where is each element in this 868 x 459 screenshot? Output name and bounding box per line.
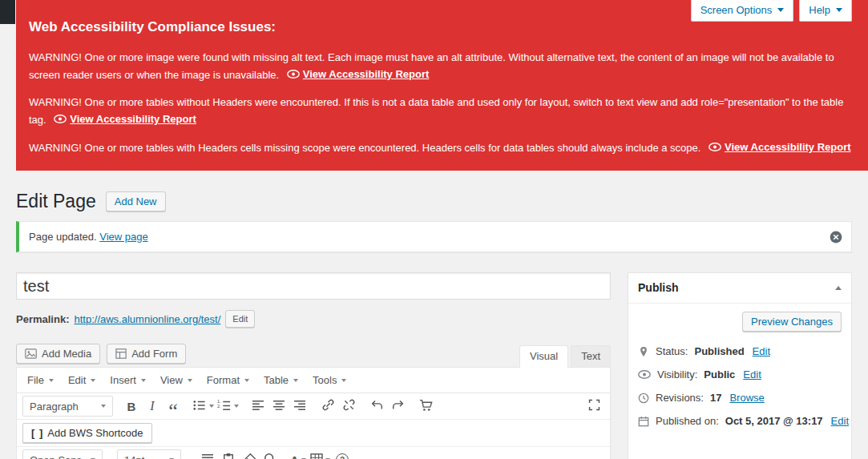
page-header: Edit Page Add New: [16, 190, 852, 213]
accessibility-warning: WARNING! One or more image were found wi…: [29, 49, 852, 83]
chevron-down-icon: [341, 379, 346, 382]
edit-visibility-link[interactable]: Edit: [743, 368, 761, 380]
menu-edit[interactable]: Edit: [61, 368, 103, 393]
status-row: Status: Published Edit: [628, 340, 851, 363]
text-color-button[interactable]: A: [288, 449, 309, 459]
help-label: Help: [809, 4, 830, 16]
media-buttons-row: Add Media Add Form Visual Text: [16, 344, 611, 367]
redo-button[interactable]: [387, 396, 408, 417]
add-media-button[interactable]: Add Media: [16, 344, 100, 364]
view-accessibility-report-link[interactable]: View Accessibility Report: [709, 139, 851, 155]
editor-toolbar-1: Paragraph B I “ 1.2.: [17, 393, 610, 420]
tab-visual[interactable]: Visual: [519, 345, 568, 368]
add-new-button[interactable]: Add New: [106, 191, 166, 211]
chevron-down-icon: [293, 379, 298, 382]
fullscreen-button[interactable]: [583, 396, 604, 417]
preview-changes-button[interactable]: Preview Changes: [742, 312, 842, 332]
align-center-icon: [273, 400, 285, 413]
block-format-select[interactable]: Paragraph: [22, 396, 113, 417]
font-size-select[interactable]: 14pt: [117, 449, 181, 459]
eye-icon: [709, 143, 721, 151]
menu-table[interactable]: Table: [256, 368, 305, 393]
add-bws-shortcode-button[interactable]: [ ] Add BWS Shortcode: [22, 423, 152, 443]
menu-tools[interactable]: Tools: [305, 368, 353, 393]
preview-row: Preview Changes: [628, 304, 851, 335]
svg-text:2.: 2.: [217, 404, 221, 409]
redo-icon: [391, 399, 405, 413]
editor-mode-tabs: Visual Text: [519, 345, 611, 367]
table-button[interactable]: [309, 449, 332, 459]
commerce-group: [415, 396, 436, 417]
warning-text: WARNING! One or more tables with Headers…: [29, 142, 700, 154]
format-group: B I “: [121, 396, 184, 417]
undo-button[interactable]: [366, 396, 387, 417]
edit-permalink-button[interactable]: Edit: [225, 310, 255, 328]
view-accessibility-report-link[interactable]: View Accessibility Report: [287, 66, 430, 83]
tab-text[interactable]: Text: [571, 345, 611, 367]
browse-revisions-link[interactable]: Browse: [729, 392, 764, 404]
help-button-editor[interactable]: ?: [332, 449, 353, 459]
table-icon: [310, 453, 323, 459]
screen-options-button[interactable]: Screen Options: [691, 0, 794, 22]
media-icon: [25, 348, 37, 359]
history-group: [366, 396, 408, 417]
published-on-row: Published on: Oct 5, 2017 @ 13:17 Edit: [628, 409, 851, 433]
collapse-panel-icon[interactable]: [835, 286, 842, 290]
clear-formatting-button[interactable]: [239, 449, 260, 459]
chevron-down-icon: [209, 405, 214, 408]
numbered-list-button[interactable]: 1.2.: [216, 396, 240, 417]
view-page-link[interactable]: View page: [99, 231, 147, 243]
align-left-button[interactable]: [248, 396, 268, 417]
link-group: [317, 396, 359, 417]
add-form-button[interactable]: Add Form: [107, 344, 186, 364]
bold-button[interactable]: B: [121, 396, 142, 417]
title-input[interactable]: [16, 272, 611, 300]
blockquote-button[interactable]: “: [163, 396, 184, 417]
undo-icon: [370, 399, 384, 413]
menu-format[interactable]: Format: [200, 368, 256, 393]
publish-panel: Publish Preview Changes Status: Publishe…: [628, 272, 852, 459]
notice-message: Page updated.: [29, 231, 97, 243]
permalink-url[interactable]: http://aws.alumnionline.org/test/: [74, 313, 220, 325]
bullet-list-button[interactable]: [191, 396, 216, 417]
paste-button[interactable]: [218, 449, 239, 459]
color-table-group: A ?: [288, 449, 353, 459]
fullscreen-icon: [587, 398, 601, 414]
eraser-icon: [243, 453, 256, 459]
italic-button[interactable]: I: [142, 396, 163, 417]
align-group: [248, 396, 310, 417]
align-right-button[interactable]: [289, 396, 310, 417]
editor-menubar: File Edit Insert View Format T: [17, 368, 610, 393]
visibility-label: Visibility:: [657, 368, 697, 380]
font-family-select[interactable]: Open Sans: [22, 449, 103, 459]
menu-file[interactable]: File: [20, 368, 61, 393]
publish-panel-title: Publish: [638, 281, 679, 295]
calendar-icon: [638, 416, 649, 427]
menu-insert[interactable]: Insert: [103, 368, 153, 393]
justify-button[interactable]: [197, 449, 218, 459]
cart-button[interactable]: [415, 396, 436, 417]
help-icon: ?: [336, 453, 349, 459]
align-center-button[interactable]: [268, 396, 289, 417]
remove-link-button[interactable]: [338, 396, 359, 417]
dismiss-notice-button[interactable]: [829, 230, 843, 244]
eye-icon: [287, 70, 300, 79]
bullet-list-icon: [192, 399, 207, 414]
edit-published-on-link[interactable]: Edit: [831, 415, 849, 427]
insert-link-button[interactable]: [317, 396, 338, 417]
publish-panel-header[interactable]: Publish: [628, 273, 851, 304]
text-color-icon: A: [290, 453, 299, 459]
visibility-row: Visibility: Public Edit: [628, 363, 851, 386]
menu-view[interactable]: View: [153, 368, 200, 393]
help-button[interactable]: Help: [799, 0, 852, 22]
visibility-value: Public: [704, 368, 735, 380]
list-group: 1.2.: [191, 396, 240, 417]
view-accessibility-report-link[interactable]: View Accessibility Report: [54, 111, 196, 127]
accessibility-banner-title: Web Accessibility Compliance Issues:: [29, 19, 852, 35]
sidebar-column: Publish Preview Changes Status: Publishe…: [628, 272, 852, 459]
revisions-row: Revisions: 17 Browse: [628, 386, 851, 409]
edit-status-link[interactable]: Edit: [753, 345, 770, 357]
search-button[interactable]: [260, 449, 281, 459]
edit-page-screen: Screen Options Help Web Accessibility Co…: [0, 0, 868, 459]
screen-options-label: Screen Options: [700, 4, 773, 16]
